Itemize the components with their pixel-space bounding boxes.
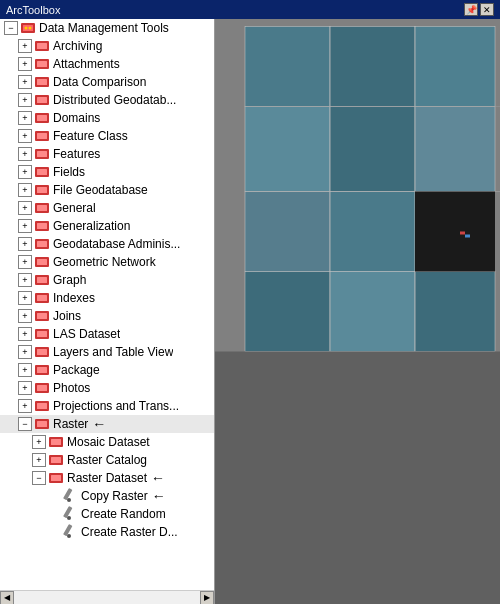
graph-expander[interactable]: + [18, 273, 32, 287]
tree-item-indexes[interactable]: + Indexes [0, 289, 214, 307]
joins-icon [34, 308, 50, 324]
features-expander[interactable]: + [18, 147, 32, 161]
tree-item-photos[interactable]: + Photos [0, 379, 214, 397]
package-expander[interactable]: + [18, 363, 32, 377]
feature-class-icon [34, 128, 50, 144]
photos-expander[interactable]: + [18, 381, 32, 395]
raster-expander[interactable]: − [18, 417, 32, 431]
file-geodatabase-icon [34, 182, 50, 198]
raster-catalog-expander[interactable]: + [32, 453, 46, 467]
domains-expander[interactable]: + [18, 111, 32, 125]
svg-rect-62 [330, 27, 415, 107]
joins-expander[interactable]: + [18, 309, 32, 323]
geometric-network-expander[interactable]: + [18, 255, 32, 269]
scroll-right-btn[interactable]: ▶ [200, 591, 214, 605]
tree-item-create-random[interactable]: Create Random [0, 505, 214, 523]
svg-rect-70 [245, 272, 330, 352]
geodatabase-adminis-label: Geodatabase Adminis... [53, 237, 180, 251]
tree-item-raster-catalog[interactable]: + Raster Catalog [0, 451, 214, 469]
pin-button[interactable]: 📌 [464, 3, 478, 16]
tree-item-archiving[interactable]: + Archiving [0, 37, 214, 55]
svg-point-2 [25, 27, 28, 30]
create-raster-d-indent [46, 525, 60, 539]
title-buttons: 📌 ✕ [464, 3, 494, 16]
svg-rect-31 [37, 277, 47, 283]
svg-rect-68 [245, 192, 330, 272]
svg-rect-37 [37, 331, 47, 337]
indexes-expander[interactable]: + [18, 291, 32, 305]
distributed-expander[interactable]: + [18, 93, 32, 107]
tree-item-generalization[interactable]: + Generalization [0, 217, 214, 235]
las-dataset-label: LAS Dataset [53, 327, 120, 341]
svg-rect-29 [37, 259, 47, 265]
tree-item-joins[interactable]: + Joins [0, 307, 214, 325]
close-button[interactable]: ✕ [480, 3, 494, 16]
tree-item-fields[interactable]: + Fields [0, 163, 214, 181]
feature-class-expander[interactable]: + [18, 129, 32, 143]
copy-raster-indent [46, 489, 60, 503]
root-icon [20, 20, 36, 36]
projections-expander[interactable]: + [18, 399, 32, 413]
tree-item-raster-dataset[interactable]: − Raster Dataset ← [0, 469, 214, 487]
tree-item-create-raster-d[interactable]: Create Raster D... [0, 523, 214, 541]
create-random-label: Create Random [81, 507, 166, 521]
las-dataset-expander[interactable]: + [18, 327, 32, 341]
fields-expander[interactable]: + [18, 165, 32, 179]
tree-item-mosaic-dataset[interactable]: + Mosaic Dataset [0, 433, 214, 451]
svg-point-55 [67, 498, 71, 502]
tree-item-copy-raster[interactable]: Copy Raster ← [0, 487, 214, 505]
tree-item-raster[interactable]: − Raster ← [0, 415, 214, 433]
las-dataset-icon [34, 326, 50, 342]
scroll-left-btn[interactable]: ◀ [0, 591, 14, 605]
raster-dataset-expander[interactable]: − [32, 471, 46, 485]
svg-rect-41 [37, 367, 47, 373]
layers-table-expander[interactable]: + [18, 345, 32, 359]
mosaic-dataset-expander[interactable]: + [32, 435, 46, 449]
tree-item-graph[interactable]: + Graph [0, 271, 214, 289]
svg-rect-53 [51, 475, 61, 481]
tree-item-file-geodatabase[interactable]: + File Geodatabase [0, 181, 214, 199]
layers-table-label: Layers and Table View [53, 345, 173, 359]
bottom-scrollbar[interactable]: ◀ ▶ [0, 590, 214, 604]
tree-item-layers-table-view[interactable]: + Layers and Table View [0, 343, 214, 361]
geodatabase-adminis-expander[interactable]: + [18, 237, 32, 251]
domains-icon [34, 110, 50, 126]
generalization-expander[interactable]: + [18, 219, 32, 233]
generalization-icon [34, 218, 50, 234]
mosaic-dataset-icon [48, 434, 64, 450]
tree-item-projections[interactable]: + Projections and Trans... [0, 397, 214, 415]
copy-raster-icon [62, 488, 78, 504]
attachments-expander[interactable]: + [18, 57, 32, 71]
features-icon [34, 146, 50, 162]
package-label: Package [53, 363, 100, 377]
feature-class-label: Feature Class [53, 129, 128, 143]
tree-item-las-dataset[interactable]: + LAS Dataset [0, 325, 214, 343]
svg-rect-51 [51, 457, 61, 463]
raster-arrow: ← [92, 416, 106, 432]
svg-rect-19 [37, 169, 47, 175]
indexes-icon [34, 290, 50, 306]
tree-item-features[interactable]: + Features [0, 145, 214, 163]
tree-item-data-comparison[interactable]: + Data Comparison [0, 73, 214, 91]
tree-scroll-area[interactable]: − Data Management Tools + Archiving [0, 19, 214, 590]
file-geodatabase-expander[interactable]: + [18, 183, 32, 197]
archiving-expander[interactable]: + [18, 39, 32, 53]
svg-rect-63 [415, 27, 495, 107]
tree-item-distributed-geodatabase[interactable]: + Distributed Geodatab... [0, 91, 214, 109]
data-comparison-icon [34, 74, 50, 90]
tree-item-general[interactable]: + General [0, 199, 214, 217]
tree-item-geodatabase-adminis[interactable]: + Geodatabase Adminis... [0, 235, 214, 253]
tree-item-geometric-network[interactable]: + Geometric Network [0, 253, 214, 271]
tree-item-package[interactable]: + Package [0, 361, 214, 379]
general-expander[interactable]: + [18, 201, 32, 215]
svg-rect-27 [37, 241, 47, 247]
root-expander[interactable]: − [4, 21, 18, 35]
tree-item-domains[interactable]: + Domains [0, 109, 214, 127]
tree-item-attachments[interactable]: + Attachments [0, 55, 214, 73]
svg-rect-78 [460, 232, 465, 235]
raster-dataset-icon [48, 470, 64, 486]
svg-point-57 [67, 516, 71, 520]
data-comparison-expander[interactable]: + [18, 75, 32, 89]
tree-root[interactable]: − Data Management Tools [0, 19, 214, 37]
tree-item-feature-class[interactable]: + Feature Class [0, 127, 214, 145]
